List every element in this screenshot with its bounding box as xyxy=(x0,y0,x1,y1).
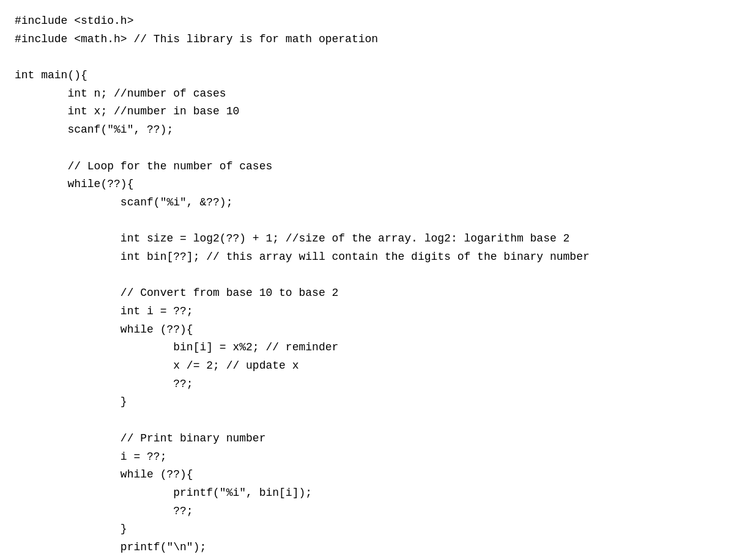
code-display: #include <stdio.h> #include <math.h> // … xyxy=(15,12,719,560)
